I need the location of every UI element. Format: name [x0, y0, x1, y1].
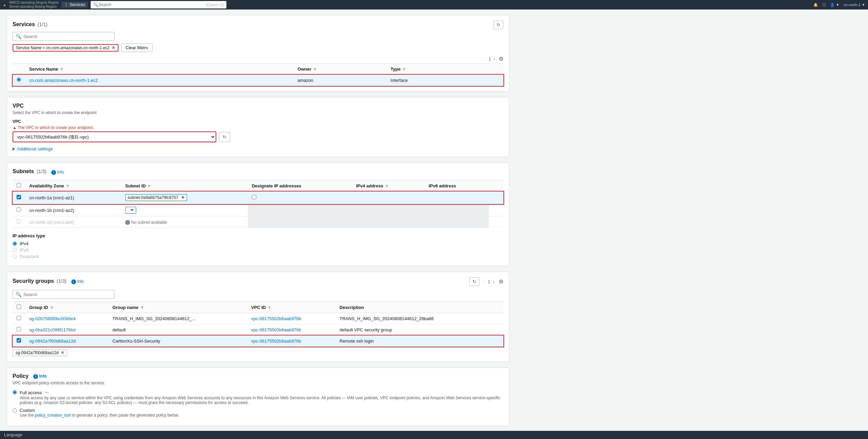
sg-vpc-cell-0[interactable]: vpc-06175502b6aab976b — [247, 313, 336, 324]
sg-group-id-col[interactable]: Group ID ▿ — [25, 302, 108, 313]
ipv4-radio[interactable] — [13, 241, 17, 246]
sg-vpc-link-1[interactable]: vpc-06175502b6aab976b — [251, 327, 301, 332]
sg-tag-remove[interactable]: ✕ — [61, 350, 64, 355]
dualstack-radio[interactable] — [13, 254, 17, 259]
services-name-col[interactable]: Service Name ▿ — [25, 64, 294, 75]
subnet-id-select-0[interactable]: subnet-0a9a6675a79fc8707 — [125, 194, 187, 201]
services-search-input[interactable] — [23, 34, 111, 39]
subnet-checkbox-1[interactable] — [17, 207, 21, 212]
services-row-name-link[interactable]: cn.com.amazonaws.cn-north-1.ec2 — [29, 78, 98, 83]
table-row[interactable]: sg-0267580f0bc0066e4 TRANS_H_IMG_SG_2024… — [13, 313, 503, 324]
sg-checkbox-1[interactable] — [17, 327, 21, 331]
sg-prev-page[interactable]: ‹ — [482, 278, 486, 285]
global-search-input[interactable] — [98, 2, 206, 7]
sg-check-all[interactable] — [17, 305, 21, 309]
service-name-sort[interactable]: Service Name ▿ — [29, 67, 63, 72]
subnets-info-link[interactable]: i Info — [51, 170, 64, 175]
az-sort[interactable]: Availability Zone ▿ — [29, 183, 69, 188]
group-name-sort[interactable]: Group name ▿ — [112, 305, 143, 310]
owner-sort[interactable]: Owner ▿ — [298, 67, 316, 72]
subnets-check-all[interactable] — [17, 183, 21, 187]
services-owner-col[interactable]: Owner ▿ — [294, 64, 387, 75]
user-menu[interactable]: 👤 ▼ — [830, 3, 839, 7]
type-sort[interactable]: Type ▿ — [391, 67, 405, 72]
bell-icon[interactable]: 🔔 — [813, 3, 818, 7]
sg-search-input[interactable] — [23, 292, 111, 297]
group-id-sort[interactable]: Group ID ▿ — [29, 305, 53, 310]
sg-id-link-1[interactable]: sg-0ba321c099f1176bd — [29, 327, 76, 332]
region-selector[interactable]: cn-north-1 ▼ — [844, 3, 865, 7]
subnet-check-cell-1[interactable] — [13, 204, 25, 217]
sg-id-cell-0[interactable]: sg-0267580f0bc0066e4 — [25, 313, 108, 324]
services-type-col[interactable]: Type ▿ — [387, 64, 475, 75]
subnets-id-col[interactable]: Subnet ID ▿ — [121, 180, 248, 191]
subnets-check-all-col[interactable] — [13, 180, 25, 191]
sg-vpc-link-2[interactable]: vpc-06175502b6aab976b — [251, 339, 301, 344]
table-row[interactable]: sg-0ba321c099f1176bd default vpc-0617550… — [13, 324, 503, 335]
services-row-radio-cell[interactable] — [13, 75, 25, 86]
services-settings-button[interactable]: ⚙ — [499, 56, 503, 62]
subnet-extra-2 — [489, 217, 503, 228]
sg-next-page[interactable]: › — [492, 278, 496, 285]
policy-full-access-radio[interactable] — [13, 390, 17, 395]
subnet-check-cell-2[interactable] — [13, 217, 25, 228]
sg-check-cell-2[interactable] — [13, 335, 25, 347]
ipv4-sort[interactable]: IPv4 address ▿ — [356, 183, 388, 188]
subnet-checkbox-2[interactable] — [17, 219, 21, 224]
subnet-id-select-1[interactable] — [125, 207, 136, 214]
global-search-bar[interactable]: 🔍 [Option+S] — [91, 1, 226, 8]
sg-check-all-col[interactable] — [13, 302, 25, 313]
table-row[interactable]: cn-north-1b (cnn1-az2) — [13, 204, 503, 217]
policy-custom-option[interactable]: Custom Use the policy_creation_tool to g… — [13, 408, 503, 418]
table-row[interactable]: cn.com.amazonaws.cn-north-1.ec2 amazon I… — [13, 75, 503, 86]
sg-group-name-col[interactable]: Group name ▿ — [108, 302, 247, 313]
subnets-az-col[interactable]: Availability Zone ▿ — [25, 180, 121, 191]
policy-creation-tool-link[interactable]: policy_creation_tool — [35, 413, 71, 418]
services-row-radio[interactable] — [17, 77, 21, 82]
filter-tag-remove[interactable]: ✕ — [112, 45, 115, 50]
subnet-checkbox-0[interactable] — [17, 195, 21, 199]
services-search-bar[interactable]: 🔍 — [13, 32, 114, 41]
additional-settings-toggle[interactable]: Additional settings — [13, 146, 503, 151]
help-icon[interactable]: ⓘ — [822, 2, 826, 7]
subnet-id-sort[interactable]: Subnet ID ▿ — [125, 183, 151, 188]
sg-search-bar[interactable]: 🔍 — [13, 290, 114, 299]
ipv4-option[interactable]: IPv4 — [13, 241, 503, 246]
sg-check-cell-1[interactable] — [13, 324, 25, 335]
vpc-refresh-button[interactable]: ↻ — [219, 132, 230, 142]
vpc-select[interactable]: vpc-06175502b6aab976b (项目-vpc) — [13, 131, 216, 142]
subnet-id-cell-1[interactable] — [121, 204, 248, 217]
sg-settings-button[interactable]: ⚙ — [499, 278, 503, 285]
table-row[interactable]: cn-north-1a (cnn1-az1) subnet-0a9a6675a7… — [13, 191, 503, 204]
sg-id-link-2[interactable]: sg-0942a7f00d68aa12d — [29, 339, 76, 344]
services-prev-page[interactable]: ‹ — [483, 55, 487, 62]
subnets-ipv4-col[interactable]: IPv4 address ▿ — [352, 180, 425, 191]
subnet-id-cell-0[interactable]: subnet-0a9a6675a79fc8707 — [121, 191, 248, 204]
services-nav-button[interactable]: ⋮ Services — [61, 2, 88, 8]
subnet-designate-check-0[interactable] — [252, 195, 256, 199]
services-refresh-button[interactable]: ↻ — [494, 21, 503, 29]
subnet-designate-0[interactable] — [248, 191, 352, 204]
sg-checkbox-0[interactable] — [17, 316, 21, 320]
bottom-bar-label[interactable]: Language — [4, 433, 22, 437]
sg-id-link-0[interactable]: sg-0267580f0bc0066e4 — [29, 316, 76, 321]
ipv6-radio[interactable] — [13, 248, 17, 252]
sg-refresh-button[interactable]: ↻ — [469, 277, 479, 286]
sg-vpc-link-0[interactable]: vpc-06175502b6aab976b — [251, 316, 301, 321]
table-row[interactable]: sg-0942a7f00d68aa12d CarttonXu-SSH-Secur… — [13, 335, 503, 347]
clear-filters-button[interactable]: Clear filters — [121, 43, 152, 52]
sg-check-cell-0[interactable] — [13, 313, 25, 324]
subnet-check-cell-0[interactable] — [13, 191, 25, 204]
sg-id-cell-2[interactable]: sg-0942a7f00d68aa12d — [25, 335, 108, 347]
sg-vpc-cell-1[interactable]: vpc-06175502b6aab976b — [247, 324, 336, 335]
policy-info-link[interactable]: i Info — [33, 374, 47, 379]
vpc-id-sort[interactable]: VPC ID ▿ — [251, 305, 271, 310]
sg-id-cell-1[interactable]: sg-0ba321c099f1176bd — [25, 324, 108, 335]
sg-checkbox-2[interactable] — [17, 338, 21, 343]
sg-vpc-cell-2[interactable]: vpc-06175502b6aab976b — [247, 335, 336, 347]
policy-custom-radio[interactable] — [13, 408, 17, 413]
services-next-page[interactable]: › — [492, 55, 497, 62]
sg-vpc-id-col[interactable]: VPC ID ▿ — [247, 302, 336, 313]
policy-full-access-option[interactable]: Full access → Allow access by any user o… — [13, 389, 503, 405]
sg-info-link[interactable]: i Info — [71, 279, 84, 284]
